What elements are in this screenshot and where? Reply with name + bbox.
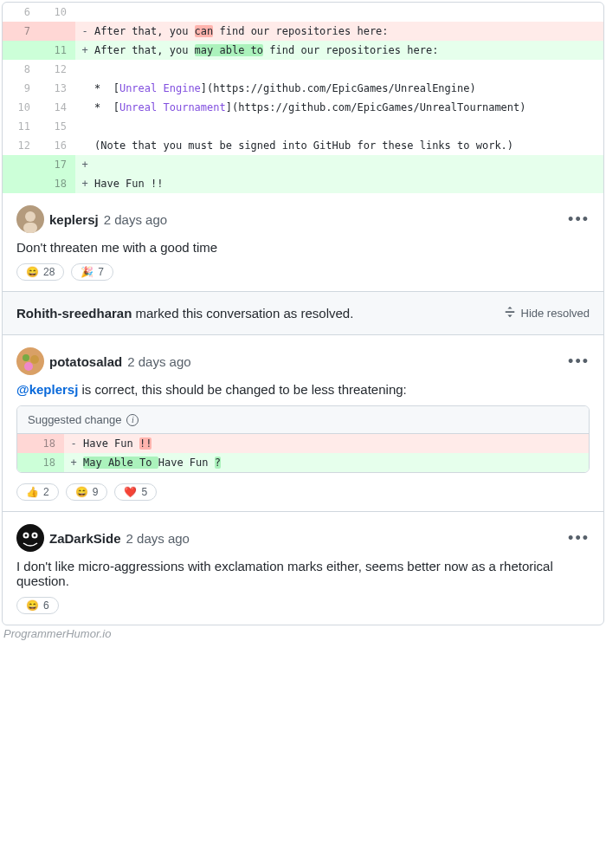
line-number-new xyxy=(39,22,75,41)
line-number-new: 18 xyxy=(39,174,75,193)
diff-marker xyxy=(75,60,94,79)
reactions-bar: 👍2😄9❤️5 xyxy=(16,483,590,501)
hide-resolved-button[interactable]: Hide resolved xyxy=(504,306,590,321)
svg-point-5 xyxy=(30,355,39,364)
code-content: Have Fun !! xyxy=(83,434,589,453)
reaction-button[interactable]: 👍2 xyxy=(16,483,59,501)
reaction-count: 9 xyxy=(93,486,99,498)
resolved-suffix: marked this conversation as resolved. xyxy=(132,306,353,321)
diff-marker xyxy=(75,117,94,136)
line-number-new: 15 xyxy=(39,117,75,136)
suggested-change-box: Suggested change i 18-Have Fun !!18+May … xyxy=(16,405,590,473)
code-content: After that, you can find our repositorie… xyxy=(94,22,603,41)
comment-zadarkside: ZaDarkSide 2 days ago ••• I don't like m… xyxy=(3,512,603,625)
code-content: After that, you may able to find our rep… xyxy=(94,41,603,60)
avatar[interactable] xyxy=(16,205,44,233)
comment-potatosalad: potatosalad 2 days ago ••• @keplersj is … xyxy=(3,335,603,511)
line-number-new: 12 xyxy=(39,60,75,79)
line-number: 18 xyxy=(17,453,64,472)
line-number-old xyxy=(3,174,39,193)
diff-line: 913* [Unreal Engine](https://github.com/… xyxy=(3,79,603,98)
svg-point-4 xyxy=(23,354,29,361)
reactions-bar: 😄28🎉7 xyxy=(16,263,590,281)
avatar[interactable] xyxy=(16,524,44,552)
line-number-old: 11 xyxy=(3,117,39,136)
code-content: Have Fun !! xyxy=(94,174,603,193)
line-number-old: 8 xyxy=(3,60,39,79)
diff-marker xyxy=(75,98,94,117)
reaction-button[interactable]: 😄6 xyxy=(16,597,59,614)
collapse-icon xyxy=(504,306,516,321)
avatar[interactable] xyxy=(16,347,44,375)
comment-author[interactable]: ZaDarkSide xyxy=(49,531,121,546)
svg-point-10 xyxy=(25,534,28,537)
diff-container: 6107-After that, you can find our reposi… xyxy=(2,2,604,625)
suggest-line: 18-Have Fun !! xyxy=(17,434,589,453)
comment-keplersj: keplersj 2 days ago ••• Don't threaten m… xyxy=(3,193,603,291)
diff-line: 18+Have Fun !! xyxy=(3,174,603,193)
code-content xyxy=(94,60,603,79)
user-mention[interactable]: @keplersj xyxy=(16,382,78,397)
info-icon[interactable]: i xyxy=(126,414,139,426)
svg-point-7 xyxy=(16,524,44,552)
watermark: ProgrammerHumor.io xyxy=(0,625,606,642)
line-number-new: 14 xyxy=(39,98,75,117)
line-number-new: 10 xyxy=(39,3,75,22)
reaction-button[interactable]: 😄28 xyxy=(16,263,64,281)
comment-body: Don't threaten me with a good time xyxy=(16,240,590,255)
line-number-old: 7 xyxy=(3,22,39,41)
comment-menu-icon[interactable]: ••• xyxy=(568,353,590,371)
code-content: * [Unreal Engine](https://github.com/Epi… xyxy=(94,79,603,98)
svg-rect-2 xyxy=(23,223,37,233)
diff-line: 1216(Note that you must be signed into G… xyxy=(3,136,603,155)
reaction-count: 2 xyxy=(43,486,49,498)
diff-line: 7-After that, you can find our repositor… xyxy=(3,22,603,41)
comment-time: 2 days ago xyxy=(126,531,190,546)
diff-line: 812 xyxy=(3,60,603,79)
line-number-new: 17 xyxy=(39,155,75,174)
diff-marker xyxy=(75,79,94,98)
line-number-old xyxy=(3,155,39,174)
comment-time: 2 days ago xyxy=(127,354,190,369)
line-number-old: 12 xyxy=(3,136,39,155)
diff-marker: - xyxy=(75,22,94,41)
svg-point-3 xyxy=(16,347,44,375)
reaction-count: 7 xyxy=(98,266,104,278)
code-content xyxy=(94,155,603,174)
diff-marker xyxy=(75,136,94,155)
reaction-emoji-icon: 👍 xyxy=(26,486,39,498)
line-number: 18 xyxy=(17,434,64,453)
diff-marker xyxy=(75,3,94,22)
code-content xyxy=(94,3,603,22)
reaction-emoji-icon: ❤️ xyxy=(124,486,137,498)
resolved-bar: Rohith-sreedharan marked this conversati… xyxy=(3,291,603,335)
reaction-count: 6 xyxy=(43,599,49,612)
comment-author[interactable]: potatosalad xyxy=(49,354,122,369)
reaction-button[interactable]: 🎉7 xyxy=(71,263,113,281)
line-number-old: 9 xyxy=(3,79,39,98)
code-content: (Note that you must be signed into GitHu… xyxy=(94,136,603,155)
line-number-new: 13 xyxy=(39,79,75,98)
resolved-user[interactable]: Rohith-sreedharan xyxy=(16,306,132,321)
line-number-new: 16 xyxy=(39,136,75,155)
suggest-line: 18+May Able To Have Fun ? xyxy=(17,453,589,472)
reaction-emoji-icon: 😄 xyxy=(75,486,88,498)
line-number-old: 6 xyxy=(3,3,39,22)
comment-menu-icon[interactable]: ••• xyxy=(568,529,590,547)
svg-point-1 xyxy=(25,211,35,222)
diff-line: 1115 xyxy=(3,117,603,136)
reaction-emoji-icon: 😄 xyxy=(26,266,39,278)
suggested-change-header: Suggested change i xyxy=(17,406,589,434)
diff-table: 6107-After that, you can find our reposi… xyxy=(3,3,603,193)
svg-point-6 xyxy=(24,362,33,371)
comment-author[interactable]: keplersj xyxy=(49,212,99,227)
diff-line: 1014* [Unreal Tournament](https://github… xyxy=(3,98,603,117)
diff-line: 610 xyxy=(3,3,603,22)
diff-marker: + xyxy=(75,41,94,60)
code-content: * [Unreal Tournament](https://github.com… xyxy=(94,98,603,117)
reaction-button[interactable]: ❤️5 xyxy=(114,483,157,501)
reaction-count: 28 xyxy=(43,266,55,278)
diff-line: 17+ xyxy=(3,155,603,174)
comment-menu-icon[interactable]: ••• xyxy=(568,211,590,229)
reaction-button[interactable]: 😄9 xyxy=(66,483,108,501)
